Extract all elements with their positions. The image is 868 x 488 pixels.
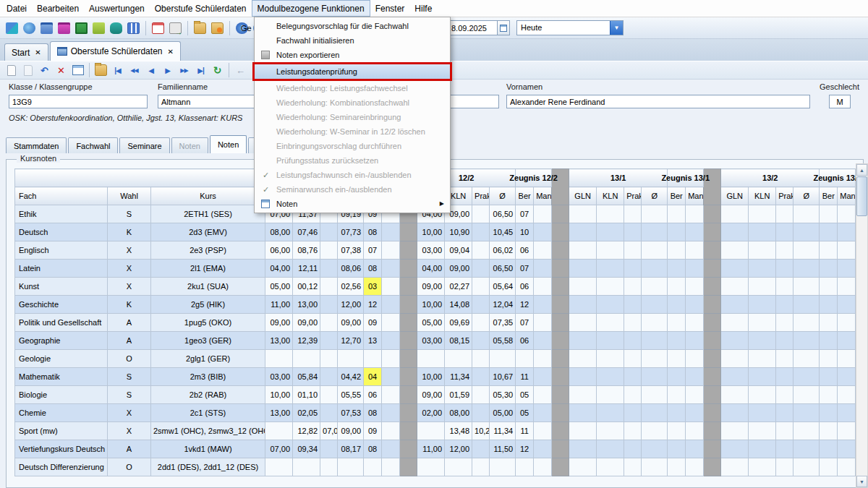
- menu-item-leistungsdatenprüfung[interactable]: Leistungsdatenprüfung: [252, 62, 452, 81]
- grade-cell[interactable]: [793, 332, 820, 350]
- grade-cell[interactable]: [624, 205, 642, 223]
- grade-cell[interactable]: [793, 404, 820, 422]
- grade-cell[interactable]: 09,34: [293, 440, 320, 458]
- grade-cell[interactable]: 12,00: [445, 440, 472, 458]
- grade-cell[interactable]: [793, 223, 820, 241]
- grade-cell[interactable]: [320, 458, 338, 476]
- menu-item-belegungsvorschlag-für-die-fachwahl[interactable]: Belegungsvorschlag für die Fachwahl: [255, 19, 450, 33]
- grade-cell[interactable]: [838, 368, 856, 386]
- folder-open-icon[interactable]: [93, 63, 109, 77]
- grade-cell[interactable]: [382, 223, 400, 241]
- grade-cell[interactable]: [749, 404, 776, 422]
- course-row[interactable]: Sport (mw)X2smw1 (OHC), 2smw3_12 (OHC)12…: [15, 422, 856, 440]
- menubar-item-oberstufe-schülerdaten[interactable]: Oberstufe Schülerdaten: [150, 0, 252, 17]
- grade-cell[interactable]: [642, 296, 668, 314]
- grade-cell[interactable]: [668, 368, 686, 386]
- detail-tab-stammdaten[interactable]: Stammdaten: [6, 137, 67, 153]
- grade-cell[interactable]: [597, 350, 624, 368]
- grade-cell[interactable]: [838, 332, 856, 350]
- grade-cell[interactable]: [597, 386, 624, 404]
- folder-icon[interactable]: [192, 21, 208, 35]
- grade-cell[interactable]: [642, 205, 668, 223]
- grade-cell[interactable]: 12,39: [293, 332, 320, 350]
- grade-cell[interactable]: [793, 440, 820, 458]
- grade-cell[interactable]: [668, 223, 686, 241]
- grade-cell[interactable]: 07,09: [320, 422, 338, 440]
- grade-cell[interactable]: [793, 296, 820, 314]
- grade-cell[interactable]: [534, 205, 552, 223]
- course-row[interactable]: DeutschK2d3 (EMV)08,0007,4607,730810,001…: [15, 223, 856, 241]
- grade-cell[interactable]: [569, 296, 597, 314]
- grade-cell[interactable]: [472, 458, 490, 476]
- menu-item-noten[interactable]: Noten▶: [255, 197, 450, 211]
- grade-cell[interactable]: [776, 241, 793, 260]
- grade-cell[interactable]: [776, 205, 793, 223]
- menu-item-wiederholung-seminareinbringung[interactable]: Wiederholung: Seminareinbringung: [255, 110, 450, 124]
- scrollbar-thumb[interactable]: [856, 176, 867, 216]
- grade-cell[interactable]: [838, 314, 856, 332]
- grade-cell[interactable]: 09: [364, 422, 382, 440]
- grade-cell[interactable]: 07: [516, 314, 534, 332]
- grade-cell[interactable]: [320, 260, 338, 278]
- grade-cell[interactable]: 12,82: [293, 422, 320, 440]
- calendar-button[interactable]: [498, 20, 510, 35]
- grade-cell[interactable]: [776, 422, 793, 440]
- grade-cell[interactable]: 08,06: [338, 260, 364, 278]
- nav-last-icon[interactable]: ▶|: [193, 63, 208, 77]
- grade-cell[interactable]: 10,00: [417, 368, 445, 386]
- grade-cell[interactable]: 05,55: [338, 386, 364, 404]
- grade-cell[interactable]: [534, 458, 552, 476]
- grade-cell[interactable]: [320, 223, 338, 241]
- grade-cell[interactable]: [417, 422, 445, 440]
- course-row[interactable]: GeschichteK2g5 (HIK)11,0013,0012,001210,…: [15, 296, 856, 314]
- grade-cell[interactable]: [686, 296, 704, 314]
- grade-cell[interactable]: [820, 223, 838, 241]
- grade-cell[interactable]: 10,45: [490, 223, 516, 241]
- grade-cell[interactable]: 07,46: [293, 223, 320, 241]
- grade-cell[interactable]: [776, 368, 793, 386]
- grade-cell[interactable]: [838, 278, 856, 296]
- grade-cell[interactable]: [668, 296, 686, 314]
- grade-cell[interactable]: 09,00: [445, 260, 472, 278]
- grade-cell[interactable]: [776, 278, 793, 296]
- grade-cell[interactable]: [721, 241, 749, 260]
- grade-cell[interactable]: [597, 260, 624, 278]
- grade-cell[interactable]: [624, 422, 642, 440]
- grade-cell[interactable]: 07,73: [338, 223, 364, 241]
- grade-cell[interactable]: [749, 458, 776, 476]
- grade-cell[interactable]: 05,58: [490, 332, 516, 350]
- grade-cell[interactable]: [686, 458, 704, 476]
- grade-cell[interactable]: [382, 458, 400, 476]
- course-row[interactable]: MathematikS2m3 (BIB)03,0005,8404,420410,…: [15, 368, 856, 386]
- grade-cell[interactable]: [597, 241, 624, 260]
- course-row[interactable]: Politik und GesellschaftA1pug5 (OKO)09,0…: [15, 314, 856, 332]
- calendar-icon[interactable]: [56, 21, 72, 35]
- menu-item-prüfungsstatus-zurücksetzen[interactable]: Prüfungsstatus zurücksetzen: [255, 153, 450, 168]
- grade-cell[interactable]: 08,00: [445, 404, 472, 422]
- detail-tab-seminare[interactable]: Seminare: [119, 137, 169, 153]
- grade-cell[interactable]: 10,00: [265, 386, 293, 404]
- close-tab-icon[interactable]: ✕: [35, 48, 41, 56]
- folder-favorite-icon[interactable]: [210, 21, 225, 35]
- grade-cell[interactable]: [569, 260, 597, 278]
- grade-cell[interactable]: 00,12: [293, 278, 320, 296]
- grade-cell[interactable]: [668, 386, 686, 404]
- grade-cell[interactable]: [320, 350, 338, 368]
- grade-cell[interactable]: [686, 332, 704, 350]
- grade-cell[interactable]: [569, 205, 597, 223]
- grade-cell[interactable]: [382, 386, 400, 404]
- grade-cell[interactable]: [569, 278, 597, 296]
- grade-cell[interactable]: [721, 440, 749, 458]
- grade-cell[interactable]: 04,42: [338, 368, 364, 386]
- scroll-up-button[interactable]: ▲: [856, 164, 867, 176]
- grade-cell[interactable]: [793, 314, 820, 332]
- grade-cell[interactable]: [686, 241, 704, 260]
- grade-cell[interactable]: [320, 404, 338, 422]
- grade-cell[interactable]: [668, 314, 686, 332]
- grade-cell[interactable]: [642, 386, 668, 404]
- grade-cell[interactable]: [624, 368, 642, 386]
- grade-cell[interactable]: [624, 314, 642, 332]
- undo-icon[interactable]: ↶: [37, 63, 52, 77]
- school-classes-icon[interactable]: [4, 21, 20, 35]
- monitor-icon[interactable]: [74, 21, 89, 35]
